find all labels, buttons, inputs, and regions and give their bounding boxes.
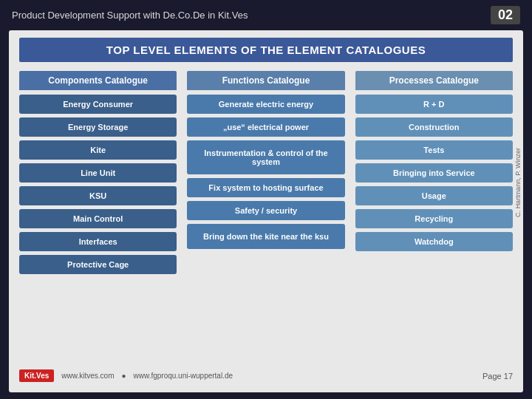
func-item-1[interactable]: „use“ electrical power — [187, 117, 344, 137]
footer-website1[interactable]: www.kitves.com — [61, 372, 114, 380]
comp-item-1[interactable]: Energy Storage — [19, 117, 177, 137]
header: Product Development Support with De.Co.D… — [0, 0, 532, 30]
comp-item-0[interactable]: Energy Consumer — [19, 95, 177, 114]
page-label: Page 17 — [482, 372, 513, 381]
func-item-0[interactable]: Generate electric energy — [187, 95, 344, 114]
main-container: TOP LEVEL ELEMENTS OF THE ELEMENT CATALO… — [9, 30, 523, 392]
proc-item-4[interactable]: Usage — [355, 186, 513, 205]
components-column: Components Catalogue Energy Consumer Ene… — [19, 71, 177, 366]
proc-item-1[interactable]: Construction — [355, 117, 513, 137]
functions-column: Functions Catalogue Generate electric en… — [187, 71, 344, 366]
footer-separator: ● — [121, 372, 126, 380]
comp-item-3[interactable]: Line Unit — [19, 163, 177, 183]
processes-column: Processes Catalogue R + D Construction T… — [355, 71, 513, 366]
func-item-5[interactable]: Bring down the kite near the ksu — [187, 224, 344, 249]
proc-item-5[interactable]: Recycling — [355, 209, 513, 228]
processes-header: Processes Catalogue — [355, 71, 513, 90]
footer-row: Kit.Ves www.kitves.com ● www.fgproqu.uni… — [19, 366, 513, 382]
comp-item-7[interactable]: Protective Cage — [19, 255, 177, 274]
func-item-3[interactable]: Fix system to hosting surface — [187, 178, 344, 197]
proc-item-2[interactable]: Tests — [355, 140, 513, 160]
comp-item-4[interactable]: KSU — [19, 186, 177, 205]
footer-logos: Kit.Ves www.kitves.com ● www.fgproqu.uni… — [19, 369, 233, 382]
proc-item-3[interactable]: Bringing into Service — [355, 163, 513, 183]
header-title: Product Development Support with De.Co.D… — [12, 10, 248, 21]
func-item-2[interactable]: Instrumentation & control of the system — [187, 140, 344, 174]
proc-item-6[interactable]: Watchdog — [355, 232, 513, 251]
page-number: 02 — [491, 6, 520, 24]
footer-website2[interactable]: www.fgproqu.uni-wuppertal.de — [134, 372, 233, 380]
func-item-4[interactable]: Safety / security — [187, 201, 344, 220]
proc-item-0[interactable]: R + D — [355, 95, 513, 114]
kitves-logo: Kit.Ves — [19, 369, 54, 382]
comp-item-2[interactable]: Kite — [19, 140, 177, 160]
components-header: Components Catalogue — [19, 71, 177, 90]
comp-item-6[interactable]: Interfaces — [19, 232, 177, 251]
columns: Components Catalogue Energy Consumer Ene… — [19, 71, 513, 366]
top-title: TOP LEVEL ELEMENTS OF THE ELEMENT CATALO… — [19, 38, 513, 62]
side-credit: C. Hartmann, P. Winzer — [514, 148, 522, 217]
functions-header: Functions Catalogue — [187, 71, 344, 90]
comp-item-5[interactable]: Main Control — [19, 209, 177, 228]
